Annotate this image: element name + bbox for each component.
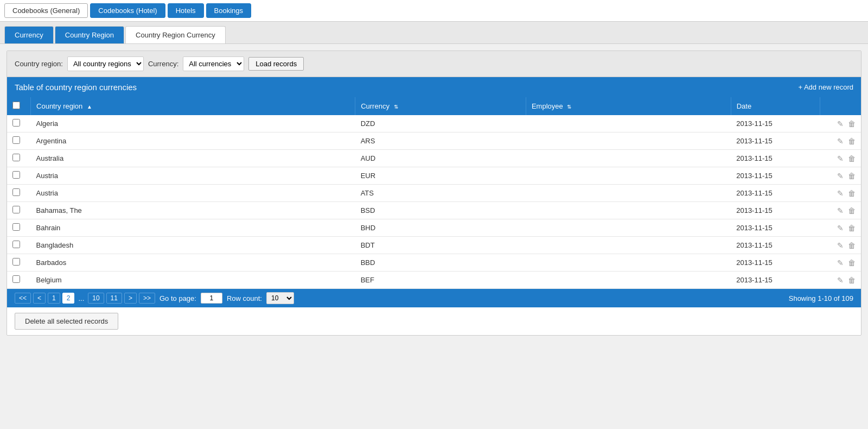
page-11-button[interactable]: 11 bbox=[106, 293, 122, 304]
showing-text: Showing 1-10 of 109 bbox=[789, 294, 853, 302]
cell-date-9: 2013-11-15 bbox=[731, 272, 820, 289]
edit-icon-9[interactable]: ✎ bbox=[837, 276, 844, 285]
sort-currency-icon: ⇅ bbox=[394, 104, 398, 110]
col-header-country[interactable]: Country region ▲ bbox=[31, 97, 355, 115]
cell-currency-4: ATS bbox=[355, 185, 526, 202]
delete-icon-5[interactable]: 🗑 bbox=[848, 206, 856, 215]
delete-icon-4[interactable]: 🗑 bbox=[848, 189, 856, 198]
select-all-checkbox[interactable] bbox=[12, 102, 20, 109]
cell-employee-8 bbox=[526, 254, 731, 272]
delete-selected-button[interactable]: Delete all selected records bbox=[15, 313, 118, 330]
cell-date-1: 2013-11-15 bbox=[731, 133, 820, 150]
row-checkbox-5[interactable] bbox=[12, 206, 20, 213]
delete-icon-3[interactable]: 🗑 bbox=[848, 172, 856, 180]
col-header-currency[interactable]: Currency ⇅ bbox=[355, 97, 526, 115]
cell-actions-6: ✎ 🗑 bbox=[820, 219, 861, 237]
country-region-filter-label: Country region: bbox=[15, 60, 63, 68]
edit-icon-4[interactable]: ✎ bbox=[837, 189, 844, 198]
col-header-employee[interactable]: Employee ⇅ bbox=[526, 97, 731, 115]
row-checkbox-8[interactable] bbox=[12, 258, 20, 266]
cell-actions-2: ✎ 🗑 bbox=[820, 150, 861, 167]
edit-icon-1[interactable]: ✎ bbox=[837, 137, 844, 146]
delete-icon-0[interactable]: 🗑 bbox=[848, 119, 856, 128]
currency-select[interactable]: All currencies bbox=[183, 56, 244, 71]
nav-codebooks-hotel[interactable]: Codebooks (Hotel) bbox=[90, 3, 165, 18]
cell-currency-0: DZD bbox=[355, 115, 526, 133]
table-row: Australia AUD 2013-11-15 ✎ 🗑 bbox=[7, 150, 861, 167]
data-table: Country region ▲ Currency ⇅ Employee ⇅ D… bbox=[7, 97, 861, 289]
cell-actions-5: ✎ 🗑 bbox=[820, 202, 861, 219]
cell-employee-1 bbox=[526, 133, 731, 150]
page-first-button[interactable]: << bbox=[15, 293, 31, 304]
edit-icon-2[interactable]: ✎ bbox=[837, 154, 844, 163]
edit-icon-8[interactable]: ✎ bbox=[837, 258, 844, 267]
cell-actions-9: ✎ 🗑 bbox=[820, 272, 861, 289]
row-checkbox-2[interactable] bbox=[12, 154, 20, 161]
add-new-record-button[interactable]: + Add new record bbox=[798, 83, 853, 91]
country-region-select[interactable]: All country regions bbox=[67, 56, 144, 71]
cell-currency-6: BHD bbox=[355, 219, 526, 237]
delete-icon-2[interactable]: 🗑 bbox=[848, 154, 856, 163]
cell-employee-9 bbox=[526, 272, 731, 289]
table-row: Bahamas, The BSD 2013-11-15 ✎ 🗑 bbox=[7, 202, 861, 219]
cell-actions-0: ✎ 🗑 bbox=[820, 115, 861, 133]
cell-date-8: 2013-11-15 bbox=[731, 254, 820, 272]
cell-actions-3: ✎ 🗑 bbox=[820, 167, 861, 185]
page-10-button[interactable]: 10 bbox=[88, 293, 104, 304]
cell-actions-1: ✎ 🗑 bbox=[820, 133, 861, 150]
page-1-button[interactable]: 1 bbox=[48, 293, 60, 304]
goto-input[interactable] bbox=[201, 293, 222, 304]
row-checkbox-4[interactable] bbox=[12, 188, 20, 196]
goto-label: Go to page: bbox=[159, 294, 196, 302]
nav-bookings[interactable]: Bookings bbox=[206, 3, 251, 18]
cell-currency-5: BSD bbox=[355, 202, 526, 219]
table-row: Bangladesh BDT 2013-11-15 ✎ 🗑 bbox=[7, 237, 861, 254]
table-row: Austria EUR 2013-11-15 ✎ 🗑 bbox=[7, 167, 861, 185]
rowcount-label: Row count: bbox=[227, 294, 262, 302]
tab-currency[interactable]: Currency bbox=[4, 26, 54, 43]
delete-icon-8[interactable]: 🗑 bbox=[848, 258, 856, 267]
delete-icon-9[interactable]: 🗑 bbox=[848, 276, 856, 285]
cell-currency-8: BBD bbox=[355, 254, 526, 272]
cell-currency-3: EUR bbox=[355, 167, 526, 185]
cell-country-4: Austria bbox=[31, 185, 355, 202]
nav-hotels[interactable]: Hotels bbox=[168, 3, 204, 18]
tab-country-region-currency[interactable]: Country Region Currency bbox=[125, 26, 226, 43]
edit-icon-5[interactable]: ✎ bbox=[837, 206, 844, 215]
row-checkbox-3[interactable] bbox=[12, 171, 20, 179]
currency-filter-label: Currency: bbox=[148, 60, 178, 68]
row-checkbox-7[interactable] bbox=[12, 241, 20, 248]
cell-employee-0 bbox=[526, 115, 731, 133]
cell-employee-2 bbox=[526, 150, 731, 167]
load-records-button[interactable]: Load records bbox=[248, 57, 304, 71]
row-checkbox-0[interactable] bbox=[12, 119, 20, 127]
cell-employee-7 bbox=[526, 237, 731, 254]
col-header-date: Date bbox=[731, 97, 820, 115]
pagination-left: << < 1 2 ... 10 11 > >> Go to page: Row … bbox=[15, 292, 294, 304]
nav-codebooks-general[interactable]: Codebooks (General) bbox=[4, 3, 88, 18]
delete-icon-6[interactable]: 🗑 bbox=[848, 224, 856, 232]
cell-actions-4: ✎ 🗑 bbox=[820, 185, 861, 202]
edit-icon-3[interactable]: ✎ bbox=[837, 172, 844, 180]
cell-country-5: Bahamas, The bbox=[31, 202, 355, 219]
cell-country-8: Barbados bbox=[31, 254, 355, 272]
cell-country-9: Belgium bbox=[31, 272, 355, 289]
delete-icon-7[interactable]: 🗑 bbox=[848, 241, 856, 250]
row-checkbox-6[interactable] bbox=[12, 223, 20, 231]
row-checkbox-9[interactable] bbox=[12, 275, 20, 283]
edit-icon-0[interactable]: ✎ bbox=[837, 119, 844, 128]
page-last-button[interactable]: >> bbox=[139, 293, 155, 304]
rowcount-select[interactable]: 10 20 50 100 bbox=[266, 292, 294, 304]
cell-employee-6 bbox=[526, 219, 731, 237]
cell-date-5: 2013-11-15 bbox=[731, 202, 820, 219]
row-checkbox-1[interactable] bbox=[12, 136, 20, 144]
cell-currency-7: BDT bbox=[355, 237, 526, 254]
page-next-button[interactable]: > bbox=[124, 293, 137, 304]
edit-icon-7[interactable]: ✎ bbox=[837, 241, 844, 250]
edit-icon-6[interactable]: ✎ bbox=[837, 224, 844, 232]
page-2-button[interactable]: 2 bbox=[62, 293, 75, 304]
table-row: Barbados BBD 2013-11-15 ✎ 🗑 bbox=[7, 254, 861, 272]
page-prev-button[interactable]: < bbox=[33, 293, 46, 304]
delete-icon-1[interactable]: 🗑 bbox=[848, 137, 856, 146]
tab-country-region[interactable]: Country Region bbox=[55, 26, 124, 43]
